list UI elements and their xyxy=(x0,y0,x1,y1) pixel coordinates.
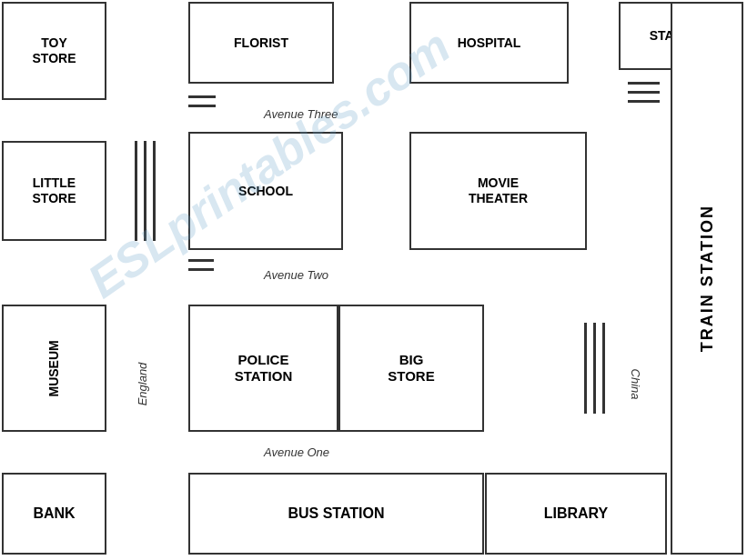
road-dash-v-r1 xyxy=(584,323,587,414)
train-station-block: TRAIN STATION xyxy=(671,2,743,555)
school-label: SCHOOL xyxy=(238,184,293,199)
police-station-label: POLICE STATION xyxy=(235,352,293,385)
library-label: LIBRARY xyxy=(544,505,609,522)
avenue-two-label: Avenue Two xyxy=(264,268,328,282)
museum-block: MUSEUM xyxy=(2,305,106,432)
train-station-label: TRAIN STATION xyxy=(698,205,717,352)
toy-store-label: TOY STORE xyxy=(33,35,76,66)
museum-label: MUSEUM xyxy=(46,340,62,396)
florist-block: FLORIST xyxy=(188,2,334,84)
bus-station-label: BUS STATION xyxy=(288,505,384,522)
library-block: LIBRARY xyxy=(485,473,667,555)
road-dash-stadium-3 xyxy=(628,100,660,103)
map-container: ESLprintables.com TOY STORE FLORIST HOSP… xyxy=(0,0,747,560)
road-dash-1 xyxy=(188,95,216,98)
road-dash-2 xyxy=(188,105,216,107)
avenue-three-label: Avenue Three xyxy=(264,107,338,121)
road-dash-v-3 xyxy=(153,141,156,241)
road-dash-v-1 xyxy=(135,141,137,241)
movie-theater-label: MOVIE THEATER xyxy=(469,175,528,206)
school-block: SCHOOL xyxy=(188,132,343,250)
hospital-label: HOSPITAL xyxy=(458,35,521,51)
toy-store-block: TOY STORE xyxy=(2,2,106,100)
bank-label: BANK xyxy=(33,505,75,522)
avenue-one-label: Avenue One xyxy=(264,445,329,459)
road-dash-v-r2 xyxy=(593,323,596,414)
road-dash-ave2-2 xyxy=(188,268,214,271)
movie-theater-block: MOVIE THEATER xyxy=(409,132,587,250)
road-dash-ave2-1 xyxy=(188,259,214,262)
hospital-block: HOSPITAL xyxy=(409,2,569,84)
bank-block: BANK xyxy=(2,473,106,555)
little-store-block: LITTLE STORE xyxy=(2,141,106,241)
florist-label: FLORIST xyxy=(234,35,288,51)
big-store-block: BIG STORE xyxy=(338,305,484,432)
bus-station-block: BUS STATION xyxy=(188,473,484,555)
police-station-block: POLICE STATION xyxy=(188,305,338,432)
road-dash-v-r3 xyxy=(602,323,605,414)
big-store-label: BIG STORE xyxy=(388,352,434,385)
road-dash-stadium-2 xyxy=(628,91,660,94)
little-store-label: LITTLE STORE xyxy=(33,175,76,206)
road-dash-stadium-1 xyxy=(628,82,660,85)
road-dash-v-2 xyxy=(144,141,146,241)
china-label: China xyxy=(629,369,642,400)
england-label: England xyxy=(136,363,149,406)
